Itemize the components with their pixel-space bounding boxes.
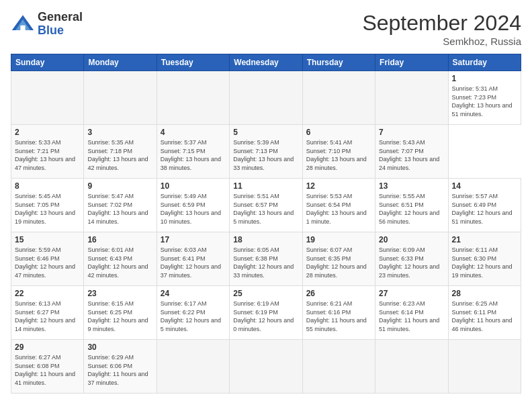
calendar-table: Sunday Monday Tuesday Wednesday Thursday… xyxy=(11,54,521,394)
svg-rect-2 xyxy=(20,26,25,30)
day-number: 3 xyxy=(87,128,152,137)
day-info: Sunrise: 6:03 AM Sunset: 6:41 PM Dayligh… xyxy=(161,246,226,279)
sunrise-text: Sunrise: 6:15 AM xyxy=(87,300,134,307)
sunrise-text: Sunrise: 6:17 AM xyxy=(161,300,207,307)
daylight-text: Daylight: 13 hours and 19 minutes. xyxy=(15,210,75,225)
sunrise-text: Sunrise: 5:33 AM xyxy=(15,139,61,146)
day-info: Sunrise: 5:37 AM Sunset: 7:15 PM Dayligh… xyxy=(161,138,226,172)
daylight-text: Daylight: 13 hours and 14 minutes. xyxy=(87,210,148,225)
day-number: 23 xyxy=(87,289,152,298)
sunset-text: Sunset: 7:15 PM xyxy=(161,148,206,154)
sunrise-text: Sunrise: 6:11 AM xyxy=(452,246,498,253)
daylight-text: Daylight: 13 hours and 24 minutes. xyxy=(379,156,439,171)
day-number: 28 xyxy=(452,289,517,298)
sunrise-text: Sunrise: 5:57 AM xyxy=(452,193,498,199)
page: General Blue September 2024 Semkhoz, Rus… xyxy=(0,0,532,411)
day-number: 21 xyxy=(452,235,517,244)
daylight-text: Daylight: 11 hours and 55 minutes. xyxy=(306,317,367,332)
sunrise-text: Sunrise: 5:53 AM xyxy=(306,193,353,199)
sunset-text: Sunset: 7:07 PM xyxy=(379,148,424,154)
day-info: Sunrise: 5:43 AM Sunset: 7:07 PM Dayligh… xyxy=(379,138,444,172)
table-row: 22 Sunrise: 6:13 AM Sunset: 6:27 PM Dayl… xyxy=(11,286,84,340)
day-info: Sunrise: 5:59 AM Sunset: 6:46 PM Dayligh… xyxy=(15,246,80,279)
day-number: 26 xyxy=(306,289,371,298)
sunset-text: Sunset: 7:23 PM xyxy=(452,94,497,101)
table-row: 27 Sunrise: 6:23 AM Sunset: 6:14 PM Dayl… xyxy=(375,286,448,340)
logo-general-text: General xyxy=(38,11,83,24)
calendar-week-row: 2 Sunrise: 5:33 AM Sunset: 7:21 PM Dayli… xyxy=(11,125,521,179)
sunset-text: Sunset: 6:27 PM xyxy=(15,309,60,316)
daylight-text: Daylight: 12 hours and 37 minutes. xyxy=(161,263,221,279)
day-number: 6 xyxy=(306,128,371,137)
table-row: 14 Sunrise: 5:57 AM Sunset: 6:49 PM Dayl… xyxy=(448,179,521,232)
daylight-text: Daylight: 12 hours and 28 minutes. xyxy=(306,263,367,279)
day-number: 13 xyxy=(379,181,444,191)
day-number: 19 xyxy=(306,235,371,244)
table-row: 6 Sunrise: 5:41 AM Sunset: 7:10 PM Dayli… xyxy=(302,125,375,179)
title-block: September 2024 Semkhoz, Russia xyxy=(362,11,521,47)
daylight-text: Daylight: 12 hours and 51 minutes. xyxy=(452,210,513,225)
table-row xyxy=(230,340,302,394)
day-number: 27 xyxy=(379,289,444,298)
day-number: 4 xyxy=(161,128,226,137)
daylight-text: Daylight: 11 hours and 46 minutes. xyxy=(452,317,513,332)
sunrise-text: Sunrise: 5:39 AM xyxy=(233,139,279,146)
logo-text: General Blue xyxy=(38,11,83,38)
sunset-text: Sunset: 6:54 PM xyxy=(306,201,351,208)
logo-blue-text: Blue xyxy=(38,24,83,38)
table-row: 26 Sunrise: 6:21 AM Sunset: 6:16 PM Dayl… xyxy=(302,286,375,340)
sunrise-text: Sunrise: 6:07 AM xyxy=(306,246,353,253)
sunset-text: Sunset: 6:43 PM xyxy=(87,255,132,262)
table-row xyxy=(375,71,448,125)
day-number: 29 xyxy=(15,342,80,352)
day-info: Sunrise: 6:07 AM Sunset: 6:35 PM Dayligh… xyxy=(306,246,371,279)
col-tuesday: Tuesday xyxy=(157,54,229,71)
daylight-text: Daylight: 12 hours and 56 minutes. xyxy=(379,210,439,225)
sunset-text: Sunset: 6:19 PM xyxy=(233,309,278,316)
sunrise-text: Sunrise: 6:01 AM xyxy=(87,246,134,253)
table-row: 15 Sunrise: 5:59 AM Sunset: 6:46 PM Dayl… xyxy=(11,232,84,286)
daylight-text: Daylight: 12 hours and 47 minutes. xyxy=(15,263,75,279)
table-row xyxy=(448,340,521,394)
day-info: Sunrise: 5:55 AM Sunset: 6:51 PM Dayligh… xyxy=(379,192,444,226)
day-number: 17 xyxy=(161,235,226,244)
table-row: 21 Sunrise: 6:11 AM Sunset: 6:30 PM Dayl… xyxy=(448,232,521,286)
daylight-text: Daylight: 13 hours and 47 minutes. xyxy=(15,156,75,171)
day-info: Sunrise: 6:15 AM Sunset: 6:25 PM Dayligh… xyxy=(87,300,152,333)
logo: General Blue xyxy=(11,11,83,38)
sunset-text: Sunset: 7:21 PM xyxy=(15,148,60,154)
col-thursday: Thursday xyxy=(302,54,375,71)
sunset-text: Sunset: 6:08 PM xyxy=(15,363,60,369)
sunrise-text: Sunrise: 6:27 AM xyxy=(15,354,61,361)
sunrise-text: Sunrise: 6:25 AM xyxy=(452,300,498,307)
day-info: Sunrise: 6:09 AM Sunset: 6:33 PM Dayligh… xyxy=(379,246,444,279)
col-sunday: Sunday xyxy=(11,54,84,71)
sunrise-text: Sunrise: 5:55 AM xyxy=(379,193,425,199)
day-info: Sunrise: 5:45 AM Sunset: 7:05 PM Dayligh… xyxy=(15,192,80,226)
day-info: Sunrise: 6:01 AM Sunset: 6:43 PM Dayligh… xyxy=(87,246,152,279)
sunrise-text: Sunrise: 5:45 AM xyxy=(15,193,61,199)
table-row: 23 Sunrise: 6:15 AM Sunset: 6:25 PM Dayl… xyxy=(84,286,157,340)
day-info: Sunrise: 5:33 AM Sunset: 7:21 PM Dayligh… xyxy=(15,138,80,172)
sunset-text: Sunset: 6:06 PM xyxy=(87,363,132,369)
table-row: 30 Sunrise: 6:29 AM Sunset: 6:06 PM Dayl… xyxy=(84,340,157,394)
daylight-text: Daylight: 13 hours and 28 minutes. xyxy=(306,156,367,171)
sunrise-text: Sunrise: 5:43 AM xyxy=(379,139,425,146)
calendar-week-row: 1 Sunrise: 5:31 AM Sunset: 7:23 PM Dayli… xyxy=(11,71,521,125)
day-info: Sunrise: 6:19 AM Sunset: 6:19 PM Dayligh… xyxy=(233,300,298,333)
sunset-text: Sunset: 6:49 PM xyxy=(452,201,497,208)
sunrise-text: Sunrise: 6:13 AM xyxy=(15,300,61,307)
col-friday: Friday xyxy=(375,54,448,71)
day-info: Sunrise: 6:23 AM Sunset: 6:14 PM Dayligh… xyxy=(379,300,444,333)
sunset-text: Sunset: 7:05 PM xyxy=(15,201,60,208)
day-info: Sunrise: 6:21 AM Sunset: 6:16 PM Dayligh… xyxy=(306,300,371,333)
col-saturday: Saturday xyxy=(448,54,521,71)
day-info: Sunrise: 6:17 AM Sunset: 6:22 PM Dayligh… xyxy=(161,300,226,333)
sunset-text: Sunset: 6:59 PM xyxy=(161,201,206,208)
sunset-text: Sunset: 6:30 PM xyxy=(452,255,497,262)
table-row: 3 Sunrise: 5:35 AM Sunset: 7:18 PM Dayli… xyxy=(84,125,157,179)
day-info: Sunrise: 6:13 AM Sunset: 6:27 PM Dayligh… xyxy=(15,300,80,333)
day-number: 25 xyxy=(233,289,298,298)
day-info: Sunrise: 5:41 AM Sunset: 7:10 PM Dayligh… xyxy=(306,138,371,172)
day-number: 5 xyxy=(233,128,298,137)
